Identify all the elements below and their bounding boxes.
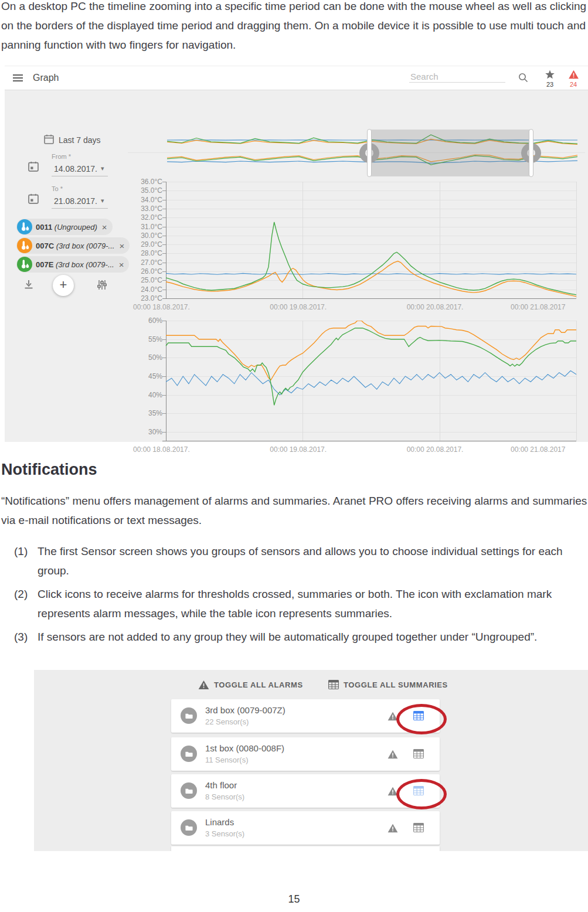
x-axis-tick-label: 00:00 21.08.2017: [511, 303, 565, 311]
humChart-plot[interactable]: [162, 321, 577, 441]
toggle-all-alarms-button[interactable]: TOGGLE ALL ALARMS: [198, 680, 303, 690]
y-axis-tick-label: 25.0°C: [124, 276, 162, 284]
summary-toggle-icon[interactable]: [413, 749, 424, 761]
intro-paragraph: On a desktop PC the timeline zooming int…: [1, 0, 588, 55]
group-sensor-count: 22 Sensor(s): [205, 717, 249, 726]
search-input[interactable]: [409, 71, 505, 83]
folder-icon: [181, 707, 197, 726]
alarm-toggle-icon[interactable]: [388, 750, 398, 761]
y-axis-tick-label: 30%: [124, 428, 162, 436]
sensor-chip-label: 007C (3rd box (0079-...: [36, 241, 114, 250]
y-axis-tick-label: 24.0°C: [124, 285, 162, 294]
page-title: Graph: [33, 73, 59, 83]
download-icon[interactable]: [23, 280, 34, 292]
y-axis-tick-label: 23.0°C: [124, 294, 162, 302]
from-date-field[interactable]: 14.08.2017.: [54, 164, 97, 173]
favorites-count: 23: [539, 81, 560, 88]
chevron-down-icon[interactable]: ▾: [101, 197, 104, 205]
chevron-down-icon[interactable]: ▾: [101, 165, 104, 172]
tempChart-plot[interactable]: [162, 182, 577, 299]
y-axis-tick-label: 30.0°C: [124, 232, 162, 240]
list-item: (2)Click icons to receive alarms for thr…: [14, 584, 587, 623]
group-name: 3rd box (0079-007Z): [205, 705, 285, 715]
remove-chip-icon[interactable]: ×: [102, 222, 107, 232]
timeline-selection[interactable]: [369, 130, 531, 176]
alarms-count: 24: [563, 81, 584, 88]
alarms-button[interactable]: 24: [563, 70, 584, 88]
to-date-field[interactable]: 21.08.2017.: [54, 196, 97, 206]
alarm-toggle-icon[interactable]: [388, 823, 398, 835]
to-label: To *: [52, 185, 63, 192]
favorites-button[interactable]: 23: [539, 70, 560, 88]
calendar-icon: [44, 134, 54, 147]
alarm-toggle-icon[interactable]: [388, 712, 398, 723]
folder-icon: [181, 746, 197, 764]
menu-icon[interactable]: [13, 74, 23, 83]
alarm-triangle-icon: [568, 70, 579, 79]
list-item-text: Click icons to receive alarms for thresh…: [38, 584, 587, 623]
summary-toggle-icon[interactable]: [413, 786, 424, 798]
alarm-toggle-icon[interactable]: [388, 787, 398, 798]
calendar-icon: [28, 161, 39, 174]
selection-handle-left[interactable]: [367, 129, 372, 177]
partial-group-card: [171, 846, 440, 851]
toggle-all-summaries-button[interactable]: TOGGLE ALL SUMMARIES: [328, 680, 448, 689]
list-item: (1)The first Sensor screen shows you gro…: [14, 542, 587, 580]
to-field-underline: [52, 208, 108, 209]
y-axis-tick-label: 35%: [124, 409, 162, 417]
sensor-chip-label: 007E (3rd box (0079-...: [36, 260, 114, 269]
search-icon[interactable]: [518, 73, 528, 85]
star-icon: [545, 70, 555, 79]
group-name: Linards: [205, 817, 234, 827]
list-item-number: (3): [14, 627, 38, 646]
notifications-screenshot: TOGGLE ALL ALARMS TOGGLE ALL SUMMARIES 3…: [34, 670, 588, 851]
section-heading: Notifications: [1, 461, 97, 479]
y-axis-tick-label: 32.0°C: [124, 213, 162, 222]
thermometer-droplet-icon: [17, 257, 32, 272]
sensor-chip[interactable]: 007E (3rd box (0079-...×: [16, 256, 129, 273]
quick-range-label[interactable]: Last 7 days: [59, 135, 101, 145]
group-sensor-count: 3 Sensor(s): [205, 829, 244, 838]
from-label: From *: [52, 153, 71, 160]
y-axis-tick-label: 36.0°C: [124, 178, 162, 186]
folder-icon: [181, 819, 197, 838]
sensor-chip[interactable]: 0011 (Ungrouped)×: [16, 219, 113, 235]
sensor-chip[interactable]: 007C (3rd box (0079-...×: [16, 237, 130, 254]
section-intro: “Notifications” menu offers management o…: [1, 491, 588, 530]
y-axis-tick-label: 55%: [124, 335, 162, 343]
y-axis-tick-label: 31.0°C: [124, 223, 162, 231]
y-axis-tick-label: 35.0°C: [124, 186, 162, 195]
selection-handle-right[interactable]: [529, 129, 533, 177]
x-axis-tick-label: 00:00 18.08.2017.: [133, 445, 190, 454]
sensor-group-card[interactable]: 4th floor8 Sensor(s): [171, 774, 440, 808]
sensor-group-card[interactable]: 1st box (0080-008F)11 Sensor(s): [171, 737, 440, 771]
add-sensor-button[interactable]: +: [53, 275, 74, 296]
x-axis-tick-label: 00:00 20.08.2017.: [407, 445, 464, 454]
summary-toggle-icon[interactable]: [413, 711, 424, 723]
y-axis-tick-label: 50%: [124, 353, 162, 362]
graph-body: Last 7 days From * 14.08.2017. ▾ To * 21…: [5, 90, 588, 442]
sensor-group-card[interactable]: 3rd box (0079-007Z)22 Sensor(s): [171, 699, 440, 733]
temperature-chart: 36.0°C35.0°C34.0°C33.0°C32.0°C31.0°C30.0…: [162, 182, 577, 317]
y-axis-tick-label: 29.0°C: [124, 240, 162, 249]
y-axis-tick-label: 60%: [124, 317, 162, 325]
x-axis-tick-label: 00:00 20.08.2017.: [407, 303, 464, 311]
y-axis-tick-label: 45%: [124, 372, 162, 380]
alarm-triangle-icon: [198, 680, 209, 690]
y-axis-tick-label: 34.0°C: [124, 196, 162, 204]
y-axis-tick-label: 40%: [124, 391, 162, 399]
folder-icon: [181, 782, 197, 801]
filter-sliders-icon[interactable]: [97, 280, 107, 292]
sensor-group-card[interactable]: Linards3 Sensor(s): [171, 811, 440, 845]
summary-toggle-icon[interactable]: [413, 823, 424, 835]
manual-page: On a desktop PC the timeline zooming int…: [0, 0, 588, 912]
list-item: (3)If sensors are not added to any group…: [14, 627, 587, 646]
app-header: Graph 23 24: [5, 66, 588, 90]
x-axis-tick-label: 00:00 19.08.2017.: [270, 445, 327, 454]
list-item-text: The first Sensor screen shows you groups…: [38, 542, 587, 580]
x-axis-tick-label: 00:00 19.08.2017.: [270, 303, 327, 311]
list-item-text: If sensors are not added to any group th…: [38, 627, 587, 646]
thermometer-droplet-icon: [17, 219, 32, 234]
group-sensor-count: 8 Sensor(s): [205, 792, 244, 801]
selected-sensors: 0011 (Ungrouped)×007C (3rd box (0079-...…: [16, 219, 130, 275]
